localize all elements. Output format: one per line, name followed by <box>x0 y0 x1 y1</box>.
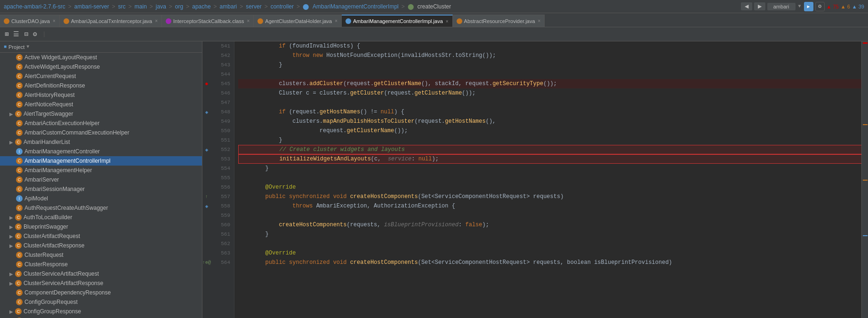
sidebar-item[interactable]: CAlertHistoryRequest <box>0 90 202 100</box>
class-icon: C <box>16 158 23 164</box>
sidebar-item[interactable]: CAlertNoticeRequest <box>0 100 202 109</box>
expand-arrow-icon[interactable]: ▶ <box>9 140 13 145</box>
sidebar-item[interactable]: CConfigGroupRequest <box>0 297 202 307</box>
settings-gear-button[interactable]: ⚙ <box>32 29 38 39</box>
class-icon: C <box>16 54 23 61</box>
breadcrumb-src[interactable]: src <box>118 3 126 10</box>
sidebar-item[interactable]: CAmbariSessionManager <box>0 184 202 194</box>
impl-icon <box>346 18 351 24</box>
sidebar-item[interactable]: ▶CClusterArtifactRequest <box>0 231 202 241</box>
breadcrumb-module[interactable]: ambari-server <box>74 3 109 10</box>
sidebar-item-label: AuthRequestCreateAuthSwagger <box>24 205 108 211</box>
sidebar-item[interactable]: ▶CClusterServiceArtifactResponse <box>0 278 202 288</box>
tab-close-button[interactable]: × <box>247 18 249 24</box>
sidebar-item[interactable]: CClusterRequest <box>0 250 202 260</box>
bookmark-icon[interactable]: ◈ <box>205 147 209 153</box>
breadcrumb-controller[interactable]: controller <box>271 3 294 10</box>
gutter-cell <box>202 183 211 192</box>
expand-arrow-icon[interactable]: ▶ <box>9 224 13 230</box>
sidebar-item-label: AmbariManagementHelper <box>24 167 92 174</box>
sidebar-item-label: ClusterRequest <box>24 252 64 258</box>
sidebar[interactable]: ■ Project ▼ CActive WidgetLayoutRequestC… <box>0 41 202 318</box>
sidebar-item[interactable]: CAmbariServer <box>0 175 202 184</box>
code-area[interactable]: ●◈◈↑◈↑⊕@ 5415425435445455465475485495505… <box>202 41 868 318</box>
sidebar-item[interactable]: ▶CAlertTargetSwagger <box>0 109 202 119</box>
expand-arrow-icon[interactable]: ▶ <box>9 234 13 239</box>
gutter-cell <box>202 88 211 98</box>
expand-arrow-icon[interactable]: ▶ <box>9 243 13 248</box>
breakpoint-icon[interactable]: ● <box>205 80 209 87</box>
breadcrumb-org[interactable]: org <box>175 3 183 10</box>
tab-ambari-impl[interactable]: AmbariManagementControllerImpl.java × <box>342 15 453 27</box>
align-button[interactable]: ⊟ <box>23 29 29 39</box>
nav-forward-button[interactable]: ▶ <box>754 2 765 10</box>
sidebar-item-label: ActiveWidgetLayoutResponse <box>24 64 100 70</box>
sidebar-item[interactable]: CAuthRequestCreateAuthSwagger <box>0 203 202 213</box>
tab-close-button[interactable]: × <box>538 18 541 24</box>
breadcrumb-project[interactable]: apache-ambari-2.7.6-src <box>4 3 65 10</box>
gutter-cell <box>202 126 211 135</box>
breadcrumb-server[interactable]: server <box>246 3 261 10</box>
gutter-cell: ↑⊕@ <box>202 258 211 267</box>
sidebar-item[interactable]: ▶CClusterServiceArtifactRequest <box>0 269 202 278</box>
tab-abstract[interactable]: AbstractResourceProvider.java × <box>453 15 545 27</box>
info-marker <box>863 235 868 236</box>
gutter-cell <box>202 239 211 248</box>
tab-interceptor[interactable]: InterceptorStackCallback.class × <box>162 15 254 27</box>
tab-close-button[interactable]: × <box>53 18 56 24</box>
sidebar-item[interactable]: ▶CClusterArtifactResponse <box>0 241 202 250</box>
tab-bar: ClusterDAO.java × AmbariJpaLocalTxnInter… <box>0 13 868 27</box>
sidebar-item[interactable]: ▶CConfigGroupResponse <box>0 307 202 316</box>
tab-agent[interactable]: AgentClusterDataHolder.java × <box>254 15 342 27</box>
run-button[interactable]: ▶ <box>804 2 813 11</box>
sidebar-item[interactable]: ▶CAuthToLocalBuilder <box>0 213 202 222</box>
dropdown-button[interactable]: ambari <box>767 3 796 10</box>
sidebar-item[interactable]: CAmbariCustomCommandExecutionHelper <box>0 128 202 137</box>
sidebar-item[interactable]: CClusterResponse <box>0 260 202 269</box>
code-line: if (request.getHostNames() != null) { <box>238 107 864 117</box>
code-line <box>238 70 864 79</box>
code-line: initializeWidgetsAndLayouts(c, service: … <box>238 154 864 164</box>
breadcrumb-main[interactable]: main <box>135 3 147 10</box>
tab-close-button[interactable]: × <box>335 18 338 24</box>
expand-arrow-icon[interactable]: ▶ <box>9 271 13 277</box>
tab-jpa[interactable]: AmbariJpaLocalTxnInterceptor.java × <box>60 15 162 27</box>
tab-close-button[interactable]: × <box>446 19 449 24</box>
tool-bar: ⊞ ☰ ⊟ ⚙ | <box>0 27 868 41</box>
sidebar-item[interactable]: CAmbariManagementControllerImpl <box>0 156 202 166</box>
expand-arrow-icon[interactable]: ▶ <box>9 281 13 286</box>
bookmark-icon[interactable]: ◈ <box>205 203 209 209</box>
structure-button[interactable]: ⊞ <box>4 29 9 39</box>
tab-close-button[interactable]: × <box>155 18 158 24</box>
line-number: 550 <box>211 126 234 135</box>
list-button[interactable]: ☰ <box>12 29 20 39</box>
expand-arrow-icon[interactable]: ▶ <box>9 309 13 314</box>
breadcrumb-java[interactable]: java <box>156 3 166 10</box>
line-number: 553 <box>211 154 234 164</box>
gutter-cell: ◈ <box>202 201 211 211</box>
sidebar-item[interactable]: CAlertCurrentRequest <box>0 72 202 81</box>
expand-arrow-icon[interactable]: ▶ <box>9 111 13 117</box>
tab-clusterdao[interactable]: ClusterDAO.java × <box>0 15 60 27</box>
sidebar-item[interactable]: CAmbariManagementHelper <box>0 166 202 175</box>
breadcrumb-sep-5: > <box>186 3 189 10</box>
line-number: 563 <box>211 248 234 258</box>
sidebar-item[interactable]: CActiveWidgetLayoutResponse <box>0 62 202 72</box>
settings-button[interactable]: ⚙ <box>815 2 825 11</box>
sidebar-item[interactable]: CAlertDefinitionResponse <box>0 81 202 90</box>
breadcrumb-ambari[interactable]: ambari <box>220 3 237 10</box>
sidebar-item[interactable]: CComponentDependencyResponse <box>0 288 202 297</box>
nav-back-button[interactable]: ◀ <box>741 2 752 10</box>
sidebar-item[interactable]: IApiModel <box>0 194 202 203</box>
sidebar-item[interactable]: CConfigurationRequest <box>0 316 202 318</box>
sidebar-item[interactable]: ▶CAmbariHandlerList <box>0 137 202 147</box>
breadcrumb-apache[interactable]: apache <box>192 3 210 10</box>
sidebar-item[interactable]: CActive WidgetLayoutRequest <box>0 53 202 62</box>
sidebar-item[interactable]: CAmbariActionExecutionHelper <box>0 119 202 128</box>
breadcrumb-class[interactable]: AmbariManagementControllerImpl <box>313 3 399 10</box>
breadcrumb-sep-7: > <box>240 3 243 10</box>
bookmark-icon[interactable]: ◈ <box>205 109 209 115</box>
expand-arrow-icon[interactable]: ▶ <box>9 215 13 220</box>
sidebar-item[interactable]: ▶CBlueprintSwagger <box>0 222 202 231</box>
sidebar-item[interactable]: IAmbariManagementController <box>0 147 202 156</box>
